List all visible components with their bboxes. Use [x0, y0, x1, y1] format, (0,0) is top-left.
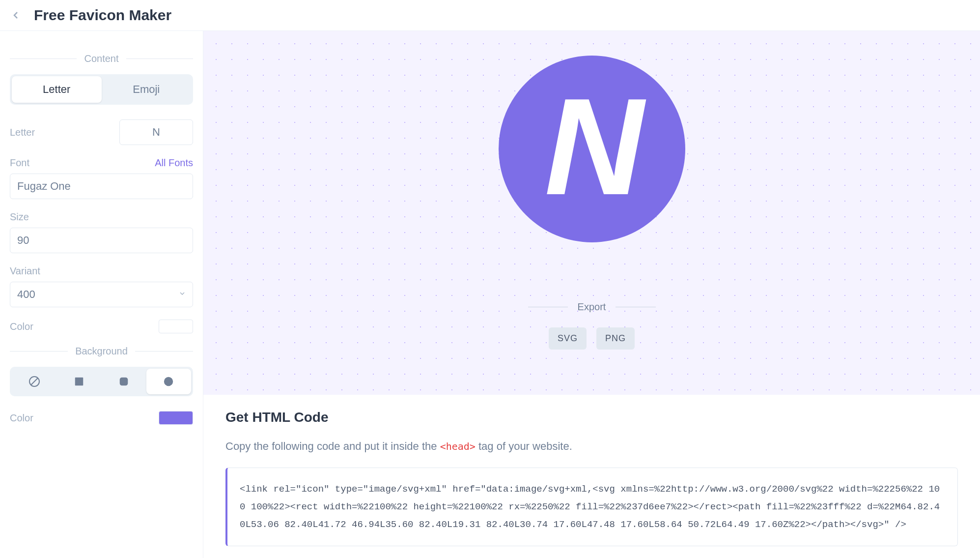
- bg-color-field-label: Color: [10, 412, 33, 424]
- code-section-description: Copy the following code and put it insid…: [225, 440, 958, 453]
- square-icon: [74, 376, 84, 387]
- background-section-label: Background: [68, 346, 135, 357]
- shape-rounded-button[interactable]: [102, 369, 146, 394]
- variant-select[interactable]: [10, 282, 193, 307]
- bg-color-swatch[interactable]: [159, 411, 193, 425]
- chevron-left-icon: [10, 9, 22, 21]
- letter-field-label: Letter: [10, 127, 35, 138]
- favicon-preview: N: [499, 56, 685, 242]
- font-field-label: Font: [10, 157, 29, 169]
- shape-circle-button[interactable]: [146, 369, 191, 394]
- code-snippet[interactable]: <link rel="icon" type="image/svg+xml" hr…: [225, 468, 958, 546]
- code-desc-tag: <head>: [440, 441, 476, 452]
- font-input[interactable]: [10, 174, 193, 199]
- preview-canvas: N Export SVG PNG: [203, 31, 980, 395]
- color-field-label: Color: [10, 321, 33, 332]
- page-title: Free Favicon Maker: [34, 7, 171, 24]
- rounded-square-icon: [118, 376, 129, 387]
- export-png-button[interactable]: PNG: [596, 327, 635, 350]
- size-field-label: Size: [10, 211, 193, 223]
- shape-none-button[interactable]: [12, 369, 56, 394]
- text-color-swatch[interactable]: [159, 320, 193, 333]
- svg-rect-2: [75, 378, 84, 386]
- sidebar: Content Letter Emoji Letter Font All Fon…: [0, 31, 203, 558]
- content-section-label: Content: [77, 53, 126, 64]
- back-button[interactable]: [10, 9, 22, 21]
- content-tab-group: Letter Emoji: [10, 74, 193, 105]
- letter-input[interactable]: [119, 119, 193, 145]
- all-fonts-link[interactable]: All Fonts: [155, 157, 193, 169]
- size-input[interactable]: [10, 228, 193, 253]
- variant-field-label: Variant: [10, 265, 193, 277]
- favicon-letter: N: [544, 78, 639, 215]
- export-svg-button[interactable]: SVG: [549, 327, 587, 350]
- tab-letter[interactable]: Letter: [12, 76, 102, 103]
- code-desc-after: tag of your website.: [476, 440, 572, 452]
- background-shape-group: [10, 367, 193, 396]
- shape-square-button[interactable]: [56, 369, 101, 394]
- none-icon: [28, 376, 40, 387]
- code-desc-before: Copy the following code and put it insid…: [225, 440, 440, 452]
- svg-line-1: [31, 378, 38, 385]
- tab-emoji[interactable]: Emoji: [102, 76, 192, 103]
- code-section-title: Get HTML Code: [225, 410, 958, 425]
- svg-point-4: [164, 377, 173, 386]
- svg-rect-3: [120, 378, 128, 386]
- export-label: Export: [568, 301, 616, 313]
- circle-icon: [163, 376, 174, 387]
